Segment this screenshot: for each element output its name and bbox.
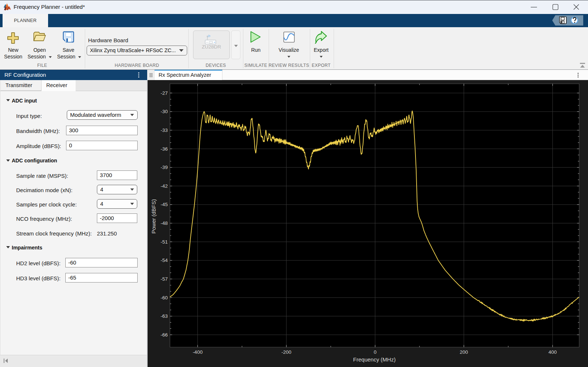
svg-text:-33: -33 (160, 127, 168, 133)
svg-text:Power (dBFS): Power (dBFS) (150, 199, 157, 234)
svg-text:-57: -57 (160, 276, 168, 282)
svg-text:-66: -66 (160, 332, 168, 338)
svg-text:Frequency (MHz): Frequency (MHz) (353, 356, 396, 363)
svg-text:-60: -60 (160, 295, 168, 301)
svg-text:0: 0 (374, 349, 377, 355)
svg-text:-42: -42 (160, 183, 168, 189)
svg-text:-51: -51 (160, 239, 168, 245)
svg-text:-27: -27 (160, 90, 168, 96)
svg-text:-63: -63 (160, 313, 168, 319)
svg-text:-400: -400 (193, 349, 203, 355)
svg-text:-48: -48 (160, 220, 168, 226)
svg-text:-36: -36 (160, 146, 168, 152)
svg-text:-45: -45 (160, 202, 168, 207)
svg-text:-30: -30 (160, 109, 168, 114)
svg-text:400: 400 (548, 349, 557, 355)
svg-text:-39: -39 (160, 165, 168, 170)
svg-text:-54: -54 (160, 258, 168, 263)
svg-text:200: 200 (460, 349, 468, 355)
svg-text:-200: -200 (282, 349, 291, 355)
